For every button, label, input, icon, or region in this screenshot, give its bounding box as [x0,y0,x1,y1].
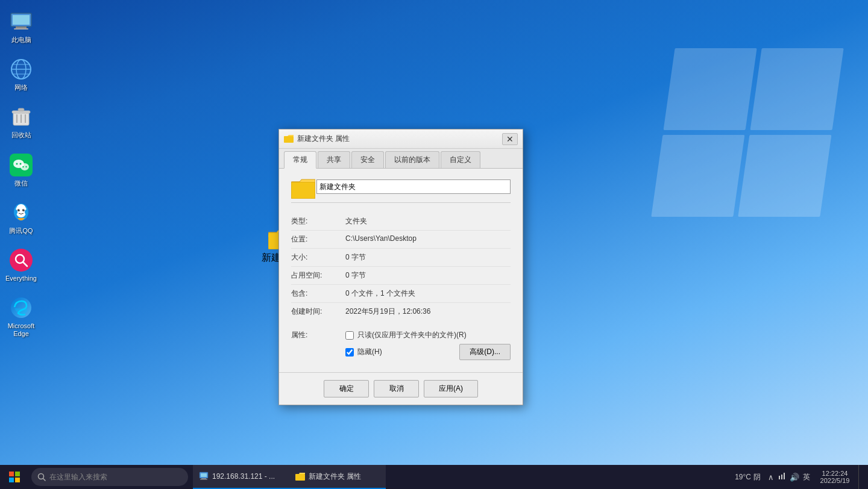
network-icon [9,57,33,81]
attributes-section: 属性: 只读(仅应用于文件夹中的文件)(R) 隐藏(H) 高级(D)... [291,328,511,363]
tab-customize[interactable]: 自定义 [441,151,480,168]
taskbar-search[interactable]: 在这里输入来搜索 [31,468,188,486]
prop-size-value: 0 字节 [345,252,511,263]
desktop-icon-network[interactable]: 网络 [0,54,42,95]
prop-type: 类型: 文件夹 [291,213,511,231]
svg-rect-50 [779,476,780,479]
desktop-icon-edge[interactable]: MicrosoftEdge [0,292,42,341]
taskbar-app-network-label: 192.168.31.121 - ... [212,472,275,481]
attr-label: 属性: [291,330,345,340]
svg-line-44 [43,479,46,481]
weather-temp: 19°C [735,473,751,481]
everything-icon-label: Everything [5,275,37,282]
advanced-button[interactable]: 高级(D)... [459,344,511,360]
svg-point-9 [11,60,31,79]
svg-rect-40 [15,472,20,476]
show-desktop-button[interactable] [858,465,863,489]
desktop: 此电脑 网络 [0,0,868,489]
network-icon-label: 网络 [14,84,28,92]
folder-name-row [291,178,511,203]
svg-rect-41 [9,478,14,482]
hidden-label: 隐藏(H) [357,347,382,357]
network-tray-icon[interactable] [776,471,787,484]
hidden-checkbox[interactable] [345,348,354,357]
svg-rect-3 [14,28,28,30]
qq-icon [9,201,33,225]
apply-button[interactable]: 应用(A) [424,380,478,397]
taskbar-app-folder-icon [295,472,305,481]
recycle-icon-label: 回收站 [11,131,31,139]
weather-widget[interactable]: 19°C 阴 [731,472,764,482]
svg-rect-49 [295,474,305,481]
ok-button[interactable]: 确定 [324,380,369,397]
prop-contains-label: 包含: [291,288,345,299]
desktop-icon-everything[interactable]: Everything [0,244,42,286]
cancel-button[interactable]: 取消 [374,380,419,397]
svg-rect-11 [12,111,30,113]
desktop-icon-pc[interactable]: 此电脑 [0,6,42,48]
desktop-icon-qq[interactable]: 腾讯QQ [0,197,42,238]
tab-general[interactable]: 常规 [284,151,316,169]
wechat-icon [9,153,33,177]
svg-line-31 [23,262,27,266]
readonly-checkbox[interactable] [345,331,354,340]
svg-point-20 [22,166,24,167]
dialog-title-text: 新建文件夹 属性 [297,134,498,144]
dialog-titlebar: 新建文件夹 属性 ✕ [279,129,523,149]
svg-point-28 [14,210,17,214]
svg-rect-48 [200,479,207,480]
prop-contains: 包含: 0 个文件，1 个文件夹 [291,285,511,303]
volume-tray-icon[interactable]: 🔊 [788,472,800,483]
prop-created-value: 2022年5月19日，12:06:36 [345,307,511,317]
svg-point-26 [19,209,20,210]
svg-rect-2 [16,26,27,28]
prop-type-value: 文件夹 [345,216,511,226]
svg-point-25 [22,209,25,211]
prop-location-label: 位置: [291,234,345,244]
taskbar-app-folder-props[interactable]: 新建文件夹 属性 [289,465,386,489]
folder-icon-large [291,178,310,195]
svg-rect-51 [781,475,782,479]
hidden-attr-row: 隐藏(H) [345,347,382,357]
svg-point-21 [25,166,27,167]
svg-rect-52 [784,473,785,479]
dialog-close-button[interactable]: ✕ [502,133,518,145]
svg-rect-12 [18,108,24,111]
prop-type-label: 类型: [291,216,345,226]
readonly-attr-row: 只读(仅应用于文件夹中的文件)(R) [345,330,511,340]
taskbar-apps: 192.168.31.121 - ... 新建文件夹 属性 [188,465,726,489]
clock-time: 12:22:24 [822,470,848,477]
svg-rect-38 [291,182,315,199]
dialog-title-icon [284,134,294,144]
desktop-icon-recycle[interactable]: 回收站 [0,101,42,143]
system-clock[interactable]: 12:22:24 2022/5/19 [814,470,856,484]
dialog-footer: 确定 取消 应用(A) [279,372,523,405]
svg-rect-39 [9,472,14,476]
language-tray-icon[interactable]: 英 [802,471,811,484]
folder-name-input[interactable] [316,179,511,194]
prop-created-label: 创建时间: [291,307,345,317]
prop-location: 位置: C:\Users\Yan\Desktop [291,231,511,249]
recycle-icon [9,105,33,129]
everything-icon [9,248,33,272]
dialog-tabs: 常规 共享 安全 以前的版本 自定义 [279,149,523,169]
dialog-body: 类型: 文件夹 位置: C:\Users\Yan\Desktop 大小: 0 字… [279,169,523,372]
prop-contains-value: 0 个文件，1 个文件夹 [345,288,511,299]
tray-icons: ∧ 🔊 英 [767,471,811,484]
edge-icon-label: MicrosoftEdge [8,322,35,338]
taskbar-app-network[interactable]: 192.168.31.121 - ... [193,465,289,489]
prop-created: 创建时间: 2022年5月19日，12:06:36 [291,303,511,320]
svg-rect-36 [284,136,294,143]
start-button[interactable] [0,465,29,489]
pc-icon [9,10,33,34]
taskbar: 在这里输入来搜索 192.168.31.121 - ... [0,465,868,489]
show-hidden-tray-icon[interactable]: ∧ [767,472,775,483]
tab-security[interactable]: 安全 [351,151,384,168]
prop-disksize-label: 占用空间: [291,270,345,281]
tab-share[interactable]: 共享 [318,151,350,168]
tab-previous-versions[interactable]: 以前的版本 [385,151,439,168]
prop-size-label: 大小: [291,252,345,263]
svg-point-29 [25,210,28,214]
prop-disksize: 占用空间: 0 字节 [291,267,511,285]
desktop-icon-wechat[interactable]: 微信 [0,149,42,191]
